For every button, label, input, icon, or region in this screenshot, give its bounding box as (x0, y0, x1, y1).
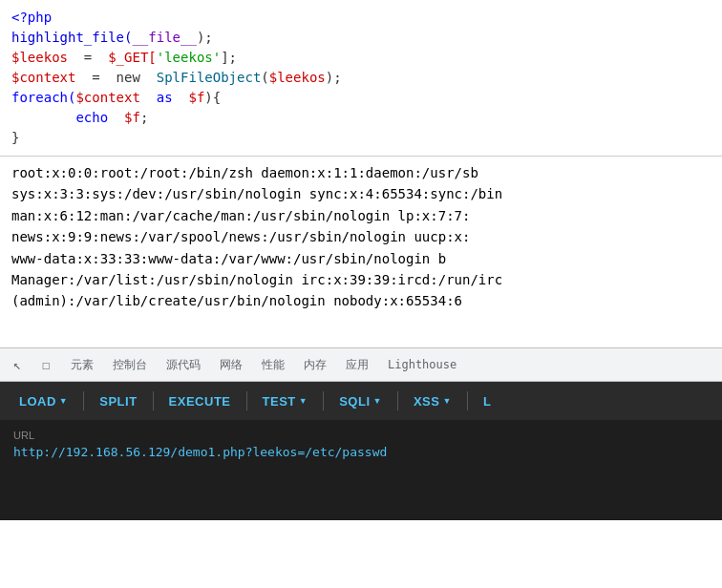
toolbar-btn-load[interactable]: LOAD▼ (8, 388, 79, 414)
output-line: man:x:6:12:man:/var/cache/man:/usr/sbin/… (11, 205, 711, 226)
code-line: <?php (11, 8, 711, 28)
output-display: root:x:0:0:root:/root:/bin/zsh daemon:x:… (0, 157, 722, 347)
devtools-tab-Lighthouse[interactable]: Lighthouse (378, 351, 466, 378)
devtools-tab-内存[interactable]: 内存 (294, 351, 336, 378)
output-line: Manager:/var/list:/usr/sbin/nologin irc:… (11, 269, 711, 290)
bottom-section: URL http://192.168.56.129/demo1.php?leek… (0, 420, 722, 520)
toolbar-btn-l[interactable]: L (472, 388, 502, 414)
code-line: $context = new SplFileObject($leekos); (11, 68, 711, 88)
code-line: $leekos = $_GET['leekos']; (11, 48, 711, 68)
output-line: (admin):/var/lib/create/usr/bin/nologin … (11, 290, 711, 311)
devtools-inspect-icon[interactable]: ☐ (32, 351, 59, 378)
toolbar-separator (153, 391, 154, 410)
devtools-tab-元素[interactable]: 元素 (61, 351, 103, 378)
devtools-tab-控制台[interactable]: 控制台 (103, 351, 157, 378)
code-line: highlight_file(__file__); (11, 28, 711, 48)
devtools-tabs: 元素控制台源代码网络性能内存应用Lighthouse (61, 351, 466, 378)
toolbar-btn-xss[interactable]: XSS▼ (402, 388, 463, 414)
devtools-cursor-icon[interactable]: ↖ (4, 351, 31, 378)
devtools-tab-网络[interactable]: 网络 (210, 351, 252, 378)
toolbar-btn-split[interactable]: SPLIT (88, 388, 148, 414)
code-line: echo $f; (11, 108, 711, 128)
toolbar-separator (83, 391, 84, 410)
url-section: URL http://192.168.56.129/demo1.php?leek… (0, 420, 722, 520)
url-label: URL (13, 430, 709, 441)
toolbar-separator (323, 391, 324, 410)
code-display: <?phphighlight_file(__file__);$leekos = … (0, 0, 722, 157)
output-line: news:x:9:9:news:/var/spool/news:/usr/sbi… (11, 226, 711, 247)
toolbar-btn-test[interactable]: TEST▼ (251, 388, 320, 414)
code-line: } (11, 128, 711, 148)
toolbar-separator (397, 391, 398, 410)
devtools-tab-应用[interactable]: 应用 (336, 351, 378, 378)
toolbar-btn-execute[interactable]: EXECUTE (158, 388, 243, 414)
devtools-tab-源代码[interactable]: 源代码 (157, 351, 210, 378)
devtools-bar: ↖ ☐ 元素控制台源代码网络性能内存应用Lighthouse (0, 347, 722, 382)
devtools-tab-性能[interactable]: 性能 (252, 351, 294, 378)
output-line: sys:x:3:3:sys:/dev:/usr/sbin/nologin syn… (11, 183, 711, 204)
url-value: http://192.168.56.129/demo1.php?leekos=/… (13, 445, 709, 459)
toolbar: LOAD▼SPLITEXECUTETEST▼SQLI▼XSS▼L (0, 382, 722, 420)
output-line: root:x:0:0:root:/root:/bin/zsh daemon:x:… (11, 162, 711, 183)
toolbar-separator (467, 391, 468, 410)
code-line: foreach($context as $f){ (11, 88, 711, 108)
toolbar-btn-sqli[interactable]: SQLI▼ (328, 388, 393, 414)
output-line: www-data:x:33:33:www-data:/var/www:/usr/… (11, 248, 711, 269)
toolbar-separator (246, 391, 247, 410)
